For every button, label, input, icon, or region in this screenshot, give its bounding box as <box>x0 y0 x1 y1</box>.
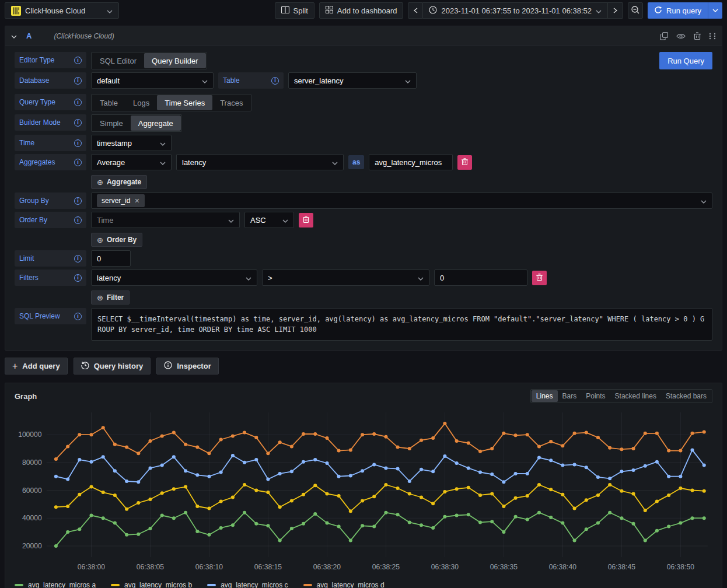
query-history-button[interactable]: Query history <box>74 358 151 374</box>
remove-aggregate-button[interactable] <box>457 155 472 170</box>
graph-style-toggle: Lines Bars Points Stacked lines Stacked … <box>530 389 712 403</box>
plus-circle-icon: ⊕ <box>97 178 103 187</box>
order-by-direction-select[interactable]: ASC <box>244 212 294 228</box>
order-by-label: Order Byi <box>15 212 86 228</box>
info-icon[interactable]: i <box>74 99 82 106</box>
query-type-option-traces[interactable]: Traces <box>212 95 250 110</box>
add-order-by-button[interactable]: ⊕Order By <box>91 233 142 247</box>
as-badge: as <box>348 155 364 169</box>
add-to-dashboard-button[interactable]: Add to dashboard <box>319 2 404 19</box>
chevron-down-icon <box>413 274 424 282</box>
builder-mode-toggle: Simple Aggregate <box>91 114 182 132</box>
editor-type-label: Editor Typei <box>15 52 86 68</box>
inspector-button[interactable]: Inspector <box>156 358 219 374</box>
limit-input[interactable] <box>91 250 131 267</box>
builder-mode-option-simple[interactable]: Simple <box>92 116 131 131</box>
info-icon[interactable]: i <box>74 216 82 224</box>
run-query-label: Run query <box>666 6 701 15</box>
svg-text:06:38:30: 06:38:30 <box>431 563 459 571</box>
legend-color-chip <box>111 584 120 586</box>
legend-item[interactable]: avg_latency_micros b <box>111 581 192 588</box>
info-icon[interactable]: i <box>74 159 82 166</box>
info-icon[interactable]: i <box>271 77 279 85</box>
query-type-option-time-series[interactable]: Time Series <box>157 95 212 110</box>
zoom-out-button[interactable] <box>628 2 643 19</box>
group-by-multiselect[interactable]: server_id ✕ <box>91 192 712 209</box>
svg-text:06:38:45: 06:38:45 <box>608 563 636 571</box>
sql-preview-code: SELECT $__timeInterval(timestamp) as tim… <box>91 308 712 341</box>
time-shift-forward-button[interactable] <box>608 2 623 19</box>
query-type-option-table[interactable]: Table <box>92 95 125 110</box>
legend-item[interactable]: avg_latency_micros c <box>207 581 288 588</box>
graph-panel-title: Graph <box>15 392 37 401</box>
aggregate-column-select[interactable]: latency <box>176 154 344 170</box>
editor-type-option-query-builder[interactable]: Query Builder <box>144 53 205 68</box>
graph-style-bars[interactable]: Bars <box>558 390 582 402</box>
aggregates-label: Aggregatesi <box>15 154 86 170</box>
filter-operator-select[interactable]: > <box>262 270 429 286</box>
query-type-option-logs[interactable]: Logs <box>125 95 157 110</box>
database-select[interactable]: default <box>91 72 214 89</box>
remove-order-by-button[interactable] <box>299 213 313 228</box>
filter-field-select[interactable]: latency <box>91 270 257 286</box>
table-select[interactable]: server_latency <box>288 72 417 89</box>
remove-tag-icon[interactable]: ✕ <box>134 197 139 205</box>
remove-filter-button[interactable] <box>532 271 547 285</box>
editor-type-option-sql-editor[interactable]: SQL Editor <box>92 53 144 68</box>
table-label: Tablei <box>218 72 284 89</box>
svg-text:06:38:20: 06:38:20 <box>313 563 341 571</box>
add-filter-button[interactable]: ⊕Filter <box>91 290 130 304</box>
datasource-picker[interactable]: ClickHouse Cloud <box>5 2 119 19</box>
split-button[interactable]: Split <box>275 2 314 19</box>
order-by-field-select[interactable]: Time <box>91 212 240 228</box>
info-icon[interactable]: i <box>74 313 82 320</box>
time-shift-back-button[interactable] <box>408 2 423 19</box>
top-bar: ClickHouse Cloud Split Add to dashboard … <box>0 0 727 21</box>
trash-icon <box>462 158 468 167</box>
drag-handle-icon[interactable] <box>709 33 716 40</box>
hide-response-eye-icon[interactable] <box>676 33 686 40</box>
apps-grid-icon <box>326 6 333 15</box>
run-query-caret[interactable] <box>708 2 722 19</box>
builder-mode-option-aggregate[interactable]: Aggregate <box>131 116 181 131</box>
info-icon[interactable]: i <box>74 139 82 147</box>
run-query-button[interactable]: Run query <box>648 2 708 19</box>
aggregate-alias-input[interactable] <box>369 154 453 170</box>
info-icon[interactable]: i <box>74 255 82 262</box>
graph-style-lines[interactable]: Lines <box>532 390 558 402</box>
svg-text:06:38:50: 06:38:50 <box>667 563 695 571</box>
trash-icon <box>536 274 543 282</box>
time-column-select[interactable]: timestamp <box>91 135 172 151</box>
add-aggregate-button[interactable]: ⊕Aggregate <box>91 175 147 189</box>
duplicate-query-icon[interactable] <box>660 32 668 40</box>
filter-value-input[interactable] <box>434 270 527 286</box>
info-icon[interactable]: i <box>74 119 82 127</box>
sql-preview-label: SQL Previewi <box>15 308 86 324</box>
legend-item[interactable]: avg_latency_micros a <box>15 581 96 588</box>
chart-legend: avg_latency_micros a avg_latency_micros … <box>10 579 717 588</box>
svg-text:40000: 40000 <box>22 514 42 522</box>
plus-circle-icon: ⊕ <box>97 236 103 244</box>
legend-item[interactable]: avg_latency_micros d <box>303 581 385 588</box>
add-query-button[interactable]: + Add query <box>5 358 68 374</box>
timeseries-chart[interactable]: 2000040000600008000010000006:38:0006:38:… <box>10 407 717 577</box>
info-icon[interactable]: i <box>74 274 82 282</box>
svg-text:80000: 80000 <box>22 459 42 467</box>
run-query-panel-button[interactable]: Run Query <box>659 52 712 69</box>
chevron-down-icon <box>241 274 251 282</box>
aggregate-function-select[interactable]: Average <box>91 154 172 170</box>
run-query-split-button[interactable]: Run query <box>648 2 722 19</box>
graph-style-stacked-lines[interactable]: Stacked lines <box>610 390 661 402</box>
limit-label: Limiti <box>15 250 86 267</box>
query-row-header[interactable]: A (ClickHouse Cloud) <box>5 26 722 46</box>
info-icon[interactable]: i <box>74 57 82 64</box>
time-range-picker[interactable]: 2023-11-01 06:37:55 to 2023-11-01 06:38:… <box>423 2 608 19</box>
clickhouse-logo <box>11 6 21 16</box>
collapse-chevron-icon[interactable] <box>11 32 17 40</box>
graph-style-points[interactable]: Points <box>581 390 610 402</box>
info-icon[interactable]: i <box>74 197 82 205</box>
chevron-down-icon <box>400 76 411 85</box>
info-icon[interactable]: i <box>74 77 82 85</box>
graph-style-stacked-bars[interactable]: Stacked bars <box>661 390 711 402</box>
remove-query-trash-icon[interactable] <box>694 32 701 40</box>
